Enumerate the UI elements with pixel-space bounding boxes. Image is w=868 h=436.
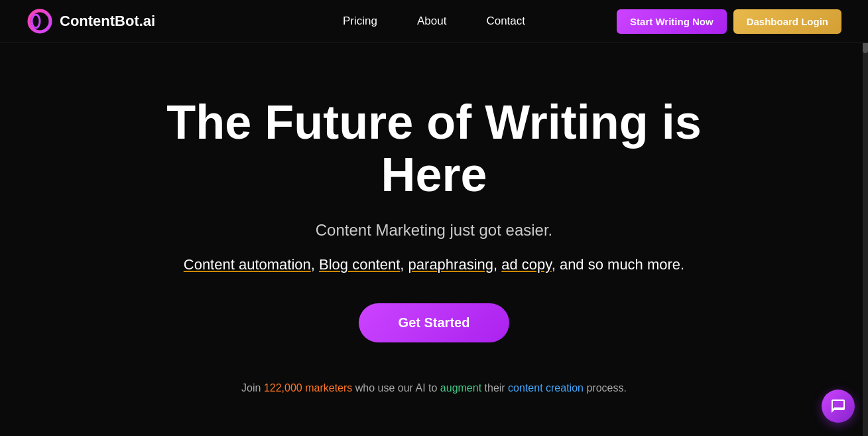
feature-sep1: , bbox=[311, 256, 319, 273]
hero-features: Content automation, Blog content, paraph… bbox=[184, 253, 684, 276]
chat-icon bbox=[830, 398, 846, 414]
feature-sep4: , and so much more. bbox=[552, 256, 685, 273]
hero-subtitle: Content Marketing just got easier. bbox=[316, 221, 553, 240]
social-proof-suffix-start: their bbox=[481, 382, 508, 394]
nav-pricing[interactable]: Pricing bbox=[343, 15, 377, 28]
get-started-button[interactable]: Get Started bbox=[359, 303, 510, 342]
dashboard-login-button[interactable]: Dashboard Login bbox=[733, 9, 841, 34]
hero-title: The Future of Writing is Here bbox=[136, 96, 733, 201]
nav-links: Pricing About Contact bbox=[343, 15, 525, 28]
feature-sep2: , bbox=[400, 256, 408, 273]
nav-contact[interactable]: Contact bbox=[486, 15, 525, 28]
social-proof-middle: who use our AI to bbox=[352, 382, 440, 394]
nav-about[interactable]: About bbox=[417, 15, 446, 28]
social-proof-prefix: Join bbox=[241, 382, 264, 394]
navbar: ContentBot.ai Pricing About Contact Star… bbox=[0, 0, 868, 43]
social-proof-creation: content creation bbox=[508, 382, 584, 394]
logo-icon bbox=[27, 8, 53, 35]
feature-paraphrasing[interactable]: paraphrasing bbox=[408, 256, 493, 273]
logo[interactable]: ContentBot.ai bbox=[27, 8, 155, 35]
nav-cta-area: Start Writing Now Dashboard Login bbox=[617, 9, 841, 34]
social-proof-augment: augment bbox=[440, 382, 481, 394]
social-proof-suffix-end: process. bbox=[584, 382, 627, 394]
scrollbar-track bbox=[863, 0, 868, 436]
social-proof: Join 122,000 marketers who use our AI to… bbox=[241, 382, 627, 394]
feature-blog-content[interactable]: Blog content bbox=[319, 256, 400, 273]
chat-bubble-button[interactable] bbox=[822, 390, 855, 423]
start-writing-button[interactable]: Start Writing Now bbox=[617, 9, 727, 34]
logo-text: ContentBot.ai bbox=[60, 13, 155, 30]
hero-section: The Future of Writing is Here Content Ma… bbox=[0, 43, 868, 436]
feature-ad-copy[interactable]: ad copy bbox=[501, 256, 551, 273]
feature-sep3: , bbox=[493, 256, 501, 273]
social-proof-count: 122,000 marketers bbox=[264, 382, 352, 394]
feature-content-automation[interactable]: Content automation bbox=[184, 256, 311, 273]
svg-point-1 bbox=[32, 15, 40, 28]
